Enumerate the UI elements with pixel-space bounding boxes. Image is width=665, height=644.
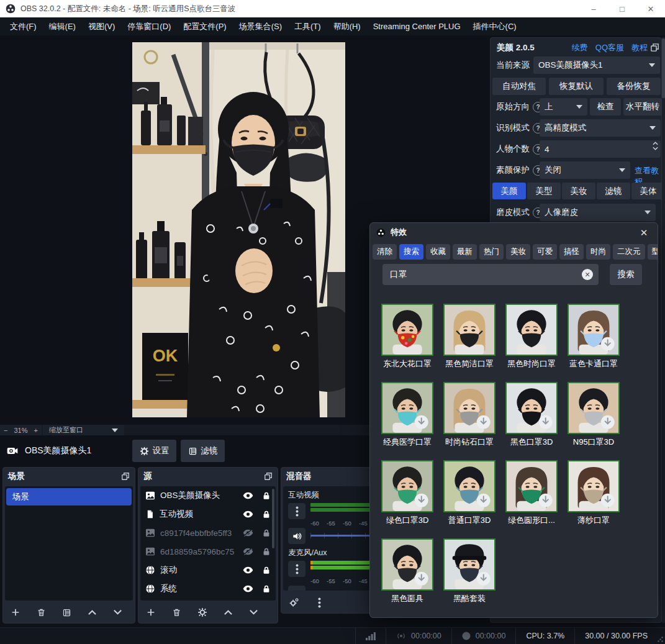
beauty-tab-滤镜[interactable]: 滤镜	[597, 183, 630, 199]
protect-select[interactable]: 关闭	[540, 161, 630, 179]
effect-item[interactable]: 黑酷套装	[443, 538, 495, 604]
zoom-out-button[interactable]: −	[4, 427, 7, 434]
lock-icon[interactable]	[262, 528, 271, 538]
beauty-tab-美体[interactable]: 美体	[631, 183, 663, 199]
preview-video[interactable]: OK	[132, 42, 345, 417]
source-row[interactable]: 6d18859a5796bc75	[140, 542, 276, 561]
effect-item[interactable]: 时尚钻石口罩	[443, 382, 495, 448]
autofocus-button[interactable]: 自动对焦	[492, 78, 546, 95]
effects-tab-最新[interactable]: 最新	[453, 244, 477, 260]
source-row[interactable]: c8917f4ebbfbfe5ff3	[140, 524, 276, 542]
channel-menu-button[interactable]	[288, 561, 305, 577]
effect-item[interactable]: 黑色面具	[381, 538, 433, 604]
recognition-mode-select[interactable]: 高精度模式	[540, 119, 661, 137]
source-row[interactable]	[140, 598, 276, 601]
lock-icon[interactable]	[262, 584, 271, 594]
effects-tab-可爱[interactable]: 可爱	[533, 244, 557, 260]
effects-tab-时尚[interactable]: 时尚	[586, 244, 610, 260]
effect-item[interactable]: 黑色时尚口罩	[505, 304, 558, 370]
visibility-eye-icon[interactable]	[243, 510, 253, 519]
effect-item[interactable]: 蓝色卡通口罩	[568, 304, 620, 370]
visibility-eye-icon[interactable]	[243, 584, 253, 593]
source-row[interactable]: 互动视频	[140, 505, 276, 524]
add-icon[interactable]	[146, 607, 156, 617]
spin-down-icon[interactable]	[653, 147, 658, 150]
visibility-eye-icon[interactable]	[243, 491, 253, 500]
menu-item-9[interactable]: 插件中心(C)	[467, 17, 523, 35]
backup-restore-button[interactable]: 备份恢复	[607, 78, 661, 95]
popout-dock-icon[interactable]	[121, 472, 130, 481]
remove-trash-icon[interactable]	[37, 607, 46, 617]
effect-item[interactable]: 经典医学口罩	[381, 382, 433, 448]
add-icon[interactable]	[11, 607, 20, 617]
effects-tab-搞怪[interactable]: 搞怪	[559, 244, 584, 260]
filter-icon[interactable]	[62, 608, 71, 617]
effects-tab-搜索[interactable]: 搜索	[399, 244, 423, 260]
effects-tab-美妆[interactable]: 美妆	[506, 244, 530, 260]
menu-item-2[interactable]: 视图(V)	[82, 17, 121, 35]
source-row[interactable]: 滚动	[140, 561, 276, 579]
sources-scrollbar[interactable]	[272, 489, 274, 548]
effect-item[interactable]: 黑色口罩3D	[505, 382, 558, 448]
search-button[interactable]: 搜索	[610, 264, 642, 285]
menu-item-1[interactable]: 编辑(E)	[43, 17, 82, 35]
horizontal-flip-button[interactable]: 水平翻转	[623, 98, 662, 116]
menu-item-6[interactable]: 工具(T)	[288, 17, 327, 35]
close-icon[interactable]: ✕	[636, 225, 651, 240]
effects-tab-收藏[interactable]: 收藏	[426, 244, 450, 260]
effect-item[interactable]: 绿色圆形口...	[505, 460, 558, 526]
effects-tab-型男[interactable]: 型男	[648, 244, 659, 260]
move-down-icon[interactable]	[113, 609, 122, 615]
source-settings-button[interactable]: 设置	[132, 440, 176, 462]
maximize-button[interactable]: □	[608, 0, 636, 17]
visibility-eye-off-icon[interactable]	[243, 547, 253, 556]
effect-item[interactable]: 绿色口罩3D	[381, 460, 433, 526]
zoom-fit-select[interactable]: 缩放至窗口	[43, 425, 124, 435]
mute-speaker-button[interactable]	[288, 528, 305, 544]
channel-menu-button[interactable]	[288, 503, 305, 519]
beauty-tab-美妆[interactable]: 美妆	[562, 183, 595, 199]
beauty-tab-美颜[interactable]: 美颜	[492, 183, 526, 199]
properties-gear-icon[interactable]	[197, 607, 207, 617]
lock-icon[interactable]	[262, 566, 271, 575]
spin-up-icon[interactable]	[653, 142, 658, 145]
mute-speaker-button[interactable]	[288, 586, 305, 591]
lock-icon[interactable]	[262, 510, 271, 519]
beauty-scrollbar[interactable]	[662, 37, 665, 623]
search-input[interactable]: 口罩 ✕	[382, 264, 599, 285]
menu-item-0[interactable]: 文件(F)	[4, 17, 43, 35]
popout-dock-icon[interactable]	[264, 472, 273, 481]
tutorial-link[interactable]: 教程	[631, 42, 648, 53]
check-button[interactable]: 检查	[590, 98, 621, 116]
person-count-spinner[interactable]: 4	[540, 140, 661, 158]
menu-item-7[interactable]: 帮助(H)	[327, 17, 367, 35]
restore-defaults-button[interactable]: 恢复默认	[549, 78, 604, 95]
resize-grip[interactable]	[658, 637, 663, 642]
close-button[interactable]: ✕	[636, 0, 665, 17]
source-filters-button[interactable]: 滤镜	[181, 440, 225, 462]
source-row[interactable]: OBS美颜摄像头	[140, 486, 276, 505]
beauty-tab-美型[interactable]: 美型	[527, 183, 561, 199]
current-source-select[interactable]: OBS美颜摄像头1	[533, 57, 660, 74]
effects-tab-清除[interactable]: 清除	[373, 244, 397, 260]
visibility-eye-icon[interactable]	[243, 566, 253, 574]
move-up-icon[interactable]	[88, 609, 97, 615]
move-up-icon[interactable]	[224, 609, 233, 615]
effect-item[interactable]: 东北大花口罩	[381, 304, 433, 370]
speaker-icon[interactable]	[292, 589, 302, 591]
renew-link[interactable]: 续费	[572, 42, 588, 53]
lock-icon[interactable]	[262, 547, 271, 556]
lock-icon[interactable]	[262, 491, 271, 501]
scene-item[interactable]: 场景	[6, 488, 132, 506]
remove-trash-icon[interactable]	[172, 607, 181, 617]
move-down-icon[interactable]	[249, 609, 258, 615]
menu-item-3[interactable]: 停靠窗口(D)	[121, 17, 177, 35]
effect-item[interactable]: 黑色简洁口罩	[443, 304, 495, 370]
source-row[interactable]: 系统	[140, 579, 276, 598]
minimize-button[interactable]: –	[579, 0, 608, 17]
effect-item[interactable]: N95口罩3D	[568, 382, 620, 448]
effect-item[interactable]: 普通口罩3D	[443, 460, 495, 526]
mixer-menu-icon[interactable]	[318, 597, 321, 608]
skin-mode-select[interactable]: 人像磨皮	[540, 204, 656, 221]
zoom-in-button[interactable]: +	[34, 427, 37, 434]
